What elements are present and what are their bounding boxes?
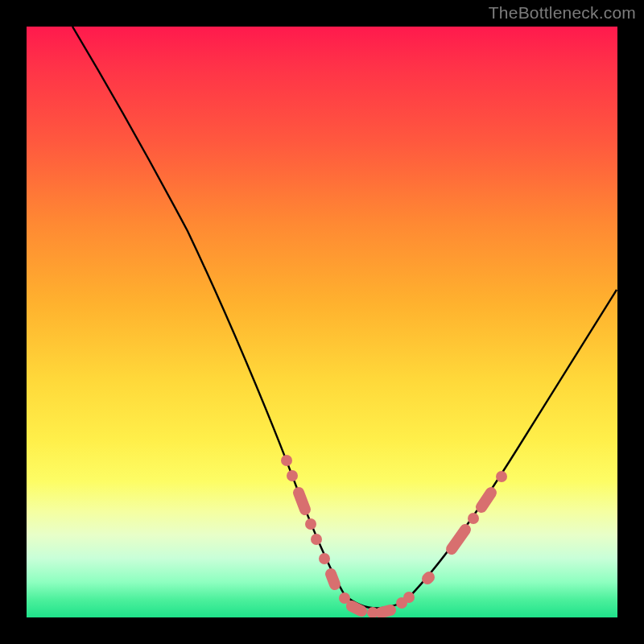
marker-dot: [287, 470, 298, 481]
marker-dot: [468, 513, 479, 524]
marker-dot: [311, 534, 322, 545]
marker-dot: [281, 455, 292, 466]
marker-pill: [352, 606, 361, 611]
marker-pill: [381, 610, 390, 613]
chart-frame: TheBottleneck.com: [0, 0, 644, 644]
plot-area: [27, 27, 617, 617]
marker-dot: [403, 592, 415, 603]
marker-pill: [452, 530, 465, 549]
marker-pill: [481, 493, 491, 507]
marker-dot: [496, 471, 507, 482]
marker-pill: [331, 574, 335, 584]
marker-dot: [319, 553, 330, 564]
marker-pill: [299, 493, 305, 510]
watermark-text: TheBottleneck.com: [489, 3, 636, 23]
marker-pill: [427, 577, 429, 579]
bottleneck-curve: [72, 27, 617, 608]
marker-dot: [305, 518, 316, 530]
bottleneck-curve-svg: [27, 27, 617, 617]
